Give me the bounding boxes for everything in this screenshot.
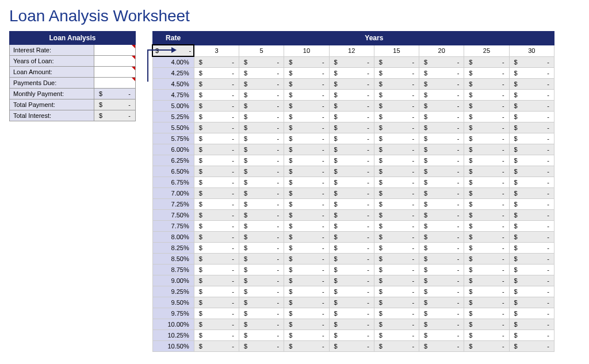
grid-cell[interactable]: $- bbox=[509, 90, 554, 101]
grid-cell[interactable]: $- bbox=[329, 199, 374, 210]
grid-cell[interactable]: $- bbox=[509, 188, 554, 199]
grid-cell[interactable]: $- bbox=[284, 166, 329, 177]
grid-cell[interactable]: $- bbox=[194, 232, 239, 243]
grid-cell[interactable]: $- bbox=[239, 265, 284, 275]
grid-cell[interactable]: $- bbox=[374, 144, 419, 155]
grid-cell[interactable]: $- bbox=[374, 275, 419, 286]
grid-cell[interactable]: $- bbox=[419, 177, 464, 188]
grid-cell[interactable]: $- bbox=[464, 308, 509, 319]
grid-cell[interactable]: $- bbox=[419, 297, 464, 308]
grid-cell[interactable]: $- bbox=[374, 199, 419, 210]
grid-cell[interactable]: $- bbox=[194, 308, 239, 319]
grid-cell[interactable]: $- bbox=[464, 232, 509, 243]
grid-cell[interactable]: $- bbox=[194, 265, 239, 275]
grid-cell[interactable]: $- bbox=[284, 101, 329, 112]
grid-cell[interactable]: $- bbox=[284, 286, 329, 297]
grid-cell[interactable]: $- bbox=[284, 56, 329, 68]
grid-cell[interactable]: $- bbox=[509, 254, 554, 265]
grid-cell[interactable]: $- bbox=[329, 122, 374, 133]
panel-input-cell[interactable] bbox=[94, 67, 136, 78]
grid-cell[interactable]: $- bbox=[464, 221, 509, 232]
grid-cell[interactable]: $- bbox=[419, 286, 464, 297]
grid-cell[interactable]: $- bbox=[329, 232, 374, 243]
grid-cell[interactable]: $- bbox=[239, 330, 284, 341]
grid-cell[interactable]: $- bbox=[374, 155, 419, 166]
grid-cell[interactable]: $- bbox=[239, 254, 284, 265]
grid-cell[interactable]: $- bbox=[374, 90, 419, 101]
grid-cell[interactable]: $- bbox=[464, 79, 509, 90]
grid-cell[interactable]: $- bbox=[509, 133, 554, 144]
grid-cell[interactable]: $- bbox=[419, 188, 464, 199]
grid-cell[interactable]: $- bbox=[239, 177, 284, 188]
grid-cell[interactable]: $- bbox=[329, 297, 374, 308]
grid-cell[interactable]: $- bbox=[284, 297, 329, 308]
grid-cell[interactable]: $- bbox=[239, 275, 284, 286]
grid-cell[interactable]: $- bbox=[194, 155, 239, 166]
grid-cell[interactable]: $- bbox=[509, 286, 554, 297]
grid-cell[interactable]: $- bbox=[329, 286, 374, 297]
grid-cell[interactable]: $- bbox=[509, 330, 554, 341]
grid-cell[interactable]: $- bbox=[464, 122, 509, 133]
grid-cell[interactable]: $- bbox=[464, 90, 509, 101]
grid-cell[interactable]: $- bbox=[374, 68, 419, 79]
grid-cell[interactable]: $- bbox=[419, 68, 464, 79]
grid-cell[interactable]: $- bbox=[464, 188, 509, 199]
grid-cell[interactable]: $- bbox=[239, 101, 284, 112]
grid-cell[interactable]: $- bbox=[509, 166, 554, 177]
grid-cell[interactable]: $- bbox=[419, 210, 464, 221]
grid-cell[interactable]: $- bbox=[419, 308, 464, 319]
grid-cell[interactable]: $- bbox=[284, 144, 329, 155]
grid-cell[interactable]: $- bbox=[464, 286, 509, 297]
grid-cell[interactable]: $- bbox=[284, 177, 329, 188]
grid-cell[interactable]: $- bbox=[284, 221, 329, 232]
grid-cell[interactable]: $- bbox=[239, 90, 284, 101]
grid-cell[interactable]: $- bbox=[509, 155, 554, 166]
grid-cell[interactable]: $- bbox=[284, 243, 329, 254]
grid-cell[interactable]: $- bbox=[374, 79, 419, 90]
grid-cell[interactable]: $- bbox=[284, 308, 329, 319]
grid-cell[interactable]: $- bbox=[419, 341, 464, 352]
grid-cell[interactable]: $- bbox=[374, 166, 419, 177]
grid-cell[interactable]: $- bbox=[509, 144, 554, 155]
grid-cell[interactable]: $- bbox=[464, 297, 509, 308]
grid-cell[interactable]: $- bbox=[239, 199, 284, 210]
grid-cell[interactable]: $- bbox=[329, 177, 374, 188]
grid-cell[interactable]: $- bbox=[194, 101, 239, 112]
grid-cell[interactable]: $- bbox=[284, 330, 329, 341]
grid-cell[interactable]: $- bbox=[284, 275, 329, 286]
grid-cell[interactable]: $- bbox=[374, 319, 419, 330]
grid-cell[interactable]: $- bbox=[284, 319, 329, 330]
grid-cell[interactable]: $- bbox=[509, 221, 554, 232]
grid-cell[interactable]: $- bbox=[419, 232, 464, 243]
grid-cell[interactable]: $- bbox=[419, 166, 464, 177]
grid-cell[interactable]: $- bbox=[194, 275, 239, 286]
grid-cell[interactable]: $- bbox=[464, 275, 509, 286]
grid-cell[interactable]: $- bbox=[464, 144, 509, 155]
grid-cell[interactable]: $- bbox=[194, 330, 239, 341]
grid-cell[interactable]: $- bbox=[329, 243, 374, 254]
grid-cell[interactable]: $- bbox=[329, 56, 374, 68]
grid-cell[interactable]: $- bbox=[284, 210, 329, 221]
grid-cell[interactable]: $- bbox=[329, 90, 374, 101]
grid-cell[interactable]: $- bbox=[464, 265, 509, 275]
grid-cell[interactable]: $- bbox=[194, 341, 239, 352]
grid-cell[interactable]: $- bbox=[284, 112, 329, 122]
grid-cell[interactable]: $- bbox=[419, 243, 464, 254]
grid-cell[interactable]: $- bbox=[509, 265, 554, 275]
grid-cell[interactable]: $- bbox=[239, 286, 284, 297]
grid-cell[interactable]: $- bbox=[419, 330, 464, 341]
grid-cell[interactable]: $- bbox=[419, 144, 464, 155]
grid-cell[interactable]: $- bbox=[509, 243, 554, 254]
panel-input-cell[interactable] bbox=[94, 56, 136, 67]
grid-cell[interactable]: $- bbox=[419, 79, 464, 90]
grid-cell[interactable]: $- bbox=[374, 133, 419, 144]
grid-cell[interactable]: $- bbox=[509, 308, 554, 319]
grid-cell[interactable]: $- bbox=[419, 319, 464, 330]
grid-cell[interactable]: $- bbox=[239, 188, 284, 199]
grid-cell[interactable]: $- bbox=[329, 101, 374, 112]
grid-cell[interactable]: $- bbox=[509, 319, 554, 330]
grid-cell[interactable]: $- bbox=[419, 254, 464, 265]
grid-cell[interactable]: $- bbox=[239, 308, 284, 319]
grid-cell[interactable]: $- bbox=[194, 254, 239, 265]
grid-cell[interactable]: $- bbox=[419, 133, 464, 144]
